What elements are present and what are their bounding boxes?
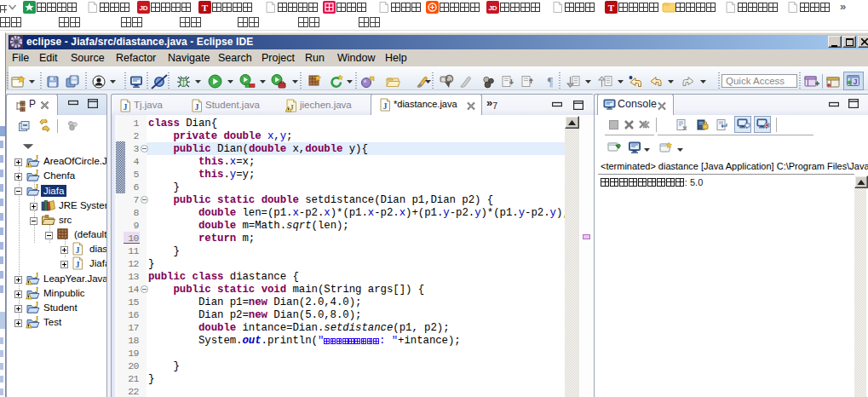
svg-text:JD: JD [488, 4, 497, 12]
svg-text:J: J [35, 272, 39, 279]
svg-text:J: J [195, 102, 199, 112]
svg-text:JD: JD [139, 4, 147, 12]
svg-text:J: J [35, 301, 39, 308]
svg-text:J: J [35, 154, 39, 162]
svg-text:J: J [35, 315, 39, 323]
svg-text:J: J [124, 102, 128, 112]
svg-text:J: J [383, 101, 388, 111]
svg-text:J: J [76, 260, 80, 269]
svg-text:T: T [202, 3, 209, 13]
svg-text:J: J [35, 286, 39, 294]
svg-text:T: T [608, 3, 615, 13]
svg-text:J: J [35, 183, 39, 191]
svg-text:J: J [35, 169, 39, 176]
svg-text:J: J [76, 245, 80, 255]
